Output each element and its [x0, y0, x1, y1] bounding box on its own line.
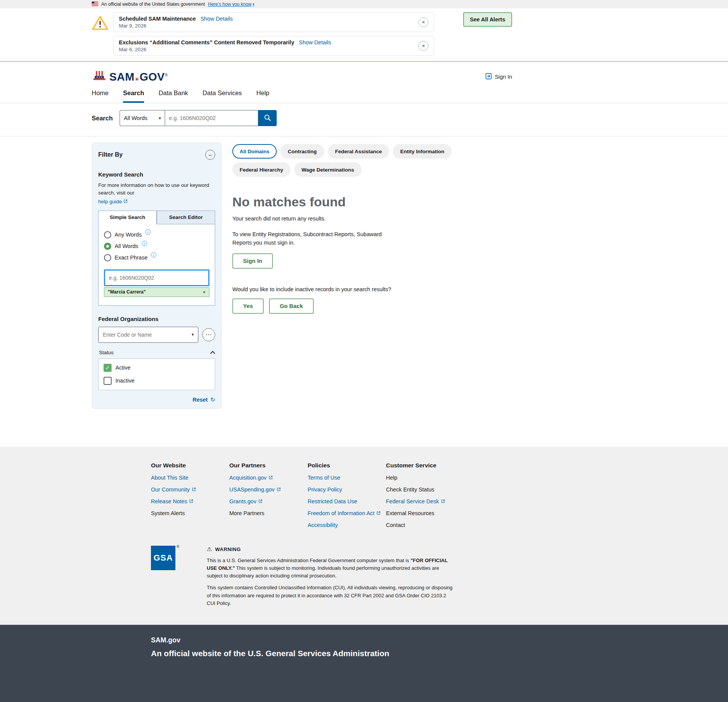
- help-guide-link[interactable]: help guide: [98, 199, 122, 204]
- checkbox-label: Active: [115, 365, 131, 371]
- checkbox-checked[interactable]: ✓: [104, 364, 112, 372]
- pill-federal-assistance[interactable]: Federal Assistance: [328, 144, 389, 159]
- nav-item-help[interactable]: Help: [256, 89, 269, 103]
- pill-all-domains[interactable]: All Domains: [232, 144, 277, 159]
- agency-footer-subtitle: An official website of the U.S. General …: [151, 649, 728, 658]
- sign-in-button[interactable]: Sign In: [232, 253, 273, 269]
- footer-link-accessibility[interactable]: Accessibility: [308, 522, 338, 528]
- gov-banner-how-link[interactable]: Here’s how you know▾: [208, 2, 254, 7]
- alert-close-button[interactable]: ×: [418, 41, 428, 51]
- checkbox-unchecked[interactable]: [104, 377, 112, 385]
- footer-link-contact[interactable]: Contact: [386, 522, 405, 528]
- alerts-section: Scheduled SAM Maintenance Show Details M…: [0, 8, 728, 62]
- warning-text: This is a U.S. General Services Administ…: [207, 558, 410, 563]
- us-flag-icon: [92, 2, 98, 7]
- alert-show-details-link[interactable]: Show Details: [200, 16, 233, 22]
- radio-button-selected[interactable]: [104, 243, 111, 250]
- pill-entity-information[interactable]: Entity Information: [393, 144, 452, 159]
- top-search-bar: Search All Words ▾: [0, 103, 728, 136]
- footer-column-our-partners: Our Partners Acquisition.gov USASpending…: [229, 462, 308, 528]
- search-submit-button[interactable]: [258, 110, 277, 126]
- search-icon: [264, 114, 271, 123]
- external-link-icon: [192, 486, 196, 493]
- footer-link-usaspending-gov[interactable]: USASpending.gov: [229, 486, 275, 493]
- search-mode-select[interactable]: All Words ▾: [120, 110, 165, 126]
- close-icon: ×: [203, 289, 206, 295]
- status-option-inactive[interactable]: Inactive: [104, 377, 210, 385]
- go-back-button[interactable]: Go Back: [269, 298, 314, 314]
- warning-triangle-icon: [92, 15, 109, 32]
- more-organizations-button[interactable]: ⋯: [202, 328, 215, 341]
- yes-button[interactable]: Yes: [232, 298, 264, 314]
- radio-any-words[interactable]: Any Words i: [104, 231, 209, 238]
- info-icon[interactable]: i: [145, 229, 151, 235]
- keyword-input[interactable]: [104, 269, 209, 286]
- remove-chip-button[interactable]: ×: [203, 289, 206, 295]
- status-option-active[interactable]: ✓ Active: [104, 364, 210, 372]
- federal-organizations-combobox[interactable]: Enter Code or Name ▾: [98, 327, 198, 343]
- sign-in-label: Sign In: [495, 74, 512, 80]
- check-icon: ✓: [105, 365, 110, 371]
- warning-text: This system is subject to monitoring. In…: [207, 565, 439, 579]
- system-warning: ⚠ WARNING This is a U.S. General Service…: [207, 546, 454, 607]
- external-link-icon: [258, 498, 263, 504]
- footer-link-grants-gov[interactable]: Grants.gov: [229, 498, 256, 504]
- warning-paragraph-1: This is a U.S. General Services Administ…: [207, 557, 454, 580]
- nav-item-home[interactable]: Home: [92, 89, 109, 103]
- status-section-label: Status: [99, 350, 113, 355]
- info-icon[interactable]: i: [151, 252, 156, 258]
- external-link-icon: [189, 498, 193, 504]
- radio-button[interactable]: [104, 254, 111, 261]
- footer-link-external-resources[interactable]: External Resources: [386, 510, 435, 516]
- sign-in-icon: [485, 73, 492, 81]
- warning-title: WARNING: [215, 546, 241, 552]
- footer-link-federal-service-desk[interactable]: Federal Service Desk: [386, 498, 439, 504]
- info-icon[interactable]: i: [142, 241, 147, 246]
- search-input[interactable]: [165, 110, 258, 126]
- reset-filters-link[interactable]: Reset: [193, 397, 208, 403]
- alert-close-button[interactable]: ×: [418, 17, 428, 27]
- footer-link-more-partners[interactable]: More Partners: [229, 510, 264, 516]
- footer-link-check-entity-status[interactable]: Check Entity Status: [386, 486, 435, 493]
- pill-federal-hierarchy[interactable]: Federal Hierarchy: [232, 162, 290, 177]
- header-sign-in-link[interactable]: Sign In: [485, 73, 512, 81]
- footer-column-title: Our Website: [151, 462, 229, 469]
- nav-item-data-services[interactable]: Data Services: [203, 89, 242, 103]
- radio-label: All Words: [115, 243, 138, 249]
- sam-gov-logo[interactable]: SAM★GOV®: [92, 70, 168, 83]
- tab-search-editor[interactable]: Search Editor: [157, 211, 215, 224]
- footer-column-customer-service: Customer Service Help Check Entity Statu…: [386, 462, 464, 528]
- collapse-filters-button[interactable]: −: [205, 150, 215, 160]
- footer-link-system-alerts[interactable]: System Alerts: [151, 510, 185, 516]
- nav-item-search[interactable]: Search: [123, 89, 144, 103]
- chevron-down-icon: ▾: [253, 2, 255, 6]
- warning-icon: ⚠: [207, 546, 212, 553]
- red-star-icon: ★: [135, 76, 139, 82]
- footer-link-release-notes[interactable]: Release Notes: [151, 498, 187, 504]
- uncle-sam-hat-icon: [92, 70, 107, 83]
- see-all-alerts-button[interactable]: See All Alerts: [463, 12, 512, 27]
- alert-show-details-link[interactable]: Show Details: [299, 39, 331, 45]
- chevron-up-icon[interactable]: [210, 351, 215, 356]
- pill-contracting[interactable]: Contracting: [280, 144, 324, 159]
- logo-sam-text: SAM: [109, 71, 135, 83]
- checkbox-label: Inactive: [115, 378, 135, 384]
- radio-exact-phrase[interactable]: Exact Phrase i: [104, 254, 209, 261]
- radio-all-words[interactable]: All Words i: [104, 243, 209, 250]
- footer-link-restricted-data-use[interactable]: Restricted Data Use: [308, 498, 357, 504]
- pill-wage-determinations[interactable]: Wage Determinations: [294, 162, 362, 177]
- footer-link-terms-of-use[interactable]: Terms of Use: [308, 475, 340, 481]
- footer-link-acquisition-gov[interactable]: Acquisition.gov: [229, 475, 267, 481]
- footer-link-help[interactable]: Help: [386, 475, 397, 481]
- refresh-icon: ↻: [210, 396, 215, 403]
- simple-search-card: Any Words i All Words i Exact Phrase i "…: [98, 224, 215, 306]
- footer-link-about-this-site[interactable]: About This Site: [151, 475, 188, 481]
- gov-banner-text: An official website of the United States…: [101, 2, 205, 7]
- radio-button[interactable]: [104, 231, 111, 238]
- footer-link-privacy-policy[interactable]: Privacy Policy: [308, 486, 342, 493]
- gsa-logo: GSA ®: [151, 546, 175, 570]
- footer-link-our-community[interactable]: Our Community: [151, 486, 190, 493]
- footer-link-foia[interactable]: Freedom of Information Act: [308, 510, 375, 516]
- nav-item-data-bank[interactable]: Data Bank: [159, 89, 188, 103]
- tab-simple-search[interactable]: Simple Search: [98, 211, 157, 224]
